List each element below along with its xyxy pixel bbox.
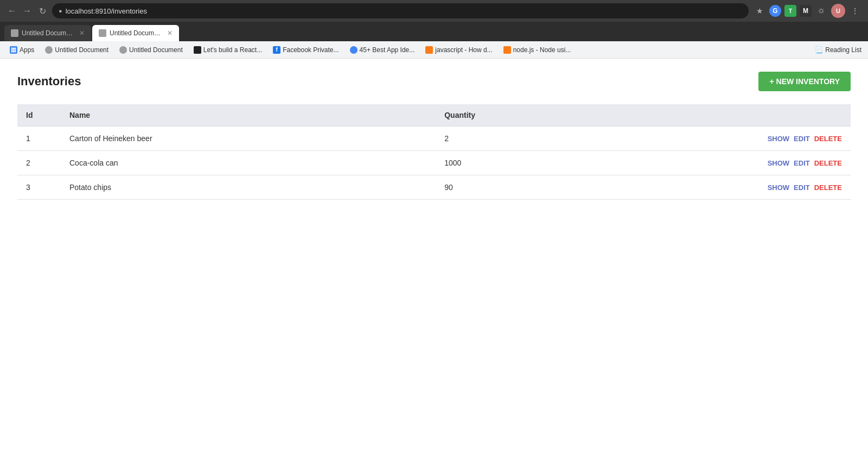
browser-toolbar: ← → ↻ ● localhost:8910/inventories ★ G T… bbox=[0, 0, 868, 22]
back-button[interactable]: ← bbox=[7, 5, 17, 16]
bm-2-label: Untitled Document bbox=[129, 46, 183, 54]
bm-3-label: Let's build a React... bbox=[203, 46, 262, 54]
toolbar-right: ★ G T M ⛭ U ⋮ bbox=[753, 4, 861, 18]
bm-6-label: javascript - How d... bbox=[435, 46, 492, 54]
col-header-quantity: Quantity bbox=[436, 104, 602, 127]
bm-1-label: Untitled Document bbox=[55, 46, 108, 54]
bm-1-favicon bbox=[45, 46, 53, 54]
lock-icon: ● bbox=[59, 8, 62, 14]
bookmark-5[interactable]: 45+ Best App Ide... bbox=[347, 45, 418, 55]
svg-point-3 bbox=[11, 49, 13, 50]
bm-6-favicon bbox=[425, 46, 433, 54]
page-title: Inventories bbox=[17, 74, 81, 88]
table-header: Id Name Quantity bbox=[17, 104, 851, 127]
show-button[interactable]: SHOW bbox=[768, 159, 789, 167]
google-account-icon[interactable]: G bbox=[769, 5, 781, 17]
bookmark-apps[interactable]: Apps bbox=[7, 45, 37, 55]
delete-button[interactable]: DELETE bbox=[814, 135, 842, 143]
bookmark-4[interactable]: f Facebook Private... bbox=[270, 45, 342, 55]
col-header-id: Id bbox=[17, 104, 61, 127]
apps-favicon bbox=[10, 46, 17, 54]
address-bar[interactable]: ● localhost:8910/inventories bbox=[52, 3, 749, 18]
col-header-name: Name bbox=[61, 104, 436, 127]
bookmarks-bar: Apps Untitled Document Untitled Document… bbox=[0, 41, 868, 59]
cell-id: 1 bbox=[17, 127, 61, 151]
tab-1-label: Untitled Document bbox=[22, 29, 74, 37]
bookmark-2[interactable]: Untitled Document bbox=[116, 45, 186, 55]
new-inventory-button[interactable]: + NEW INVENTORY bbox=[758, 72, 851, 91]
email-icon[interactable]: M bbox=[800, 5, 812, 17]
tab-2[interactable]: Untitled Document ✕ bbox=[92, 25, 179, 41]
svg-point-0 bbox=[11, 47, 13, 49]
svg-point-1 bbox=[13, 47, 15, 49]
bm-4-label: Facebook Private... bbox=[283, 46, 339, 54]
bookmark-star-icon[interactable]: ★ bbox=[753, 4, 766, 17]
bm-7-label: node.js - Node usi... bbox=[513, 46, 571, 54]
reading-list-icon: 📃 bbox=[815, 46, 823, 54]
translate-icon[interactable]: T bbox=[784, 5, 796, 17]
cell-quantity: 90 bbox=[436, 175, 602, 200]
cell-id: 3 bbox=[17, 175, 61, 200]
avatar[interactable]: U bbox=[831, 4, 845, 18]
cell-actions: SHOWEDITDELETE bbox=[602, 151, 851, 175]
cell-name: Coca-cola can bbox=[61, 151, 436, 175]
cell-name: Carton of Heineken beer bbox=[61, 127, 436, 151]
svg-point-5 bbox=[15, 49, 16, 50]
edit-button[interactable]: EDIT bbox=[794, 159, 810, 167]
bm-5-label: 45+ Best App Ide... bbox=[360, 46, 415, 54]
table-row: 2Coca-cola can1000SHOWEDITDELETE bbox=[17, 151, 851, 175]
cell-quantity: 2 bbox=[436, 127, 602, 151]
svg-point-6 bbox=[11, 50, 13, 52]
url-text: localhost:8910/inventories bbox=[66, 7, 147, 15]
bm-2-favicon bbox=[119, 46, 127, 54]
reading-list[interactable]: 📃 Reading List bbox=[815, 46, 861, 54]
bm-3-favicon bbox=[194, 46, 201, 54]
inventory-table: Id Name Quantity 1Carton of Heineken bee… bbox=[17, 104, 851, 200]
col-header-actions bbox=[602, 104, 851, 127]
edit-button[interactable]: EDIT bbox=[794, 135, 810, 143]
tab-2-favicon bbox=[99, 29, 106, 37]
cell-actions: SHOWEDITDELETE bbox=[602, 127, 851, 151]
forward-button[interactable]: → bbox=[22, 5, 33, 16]
bookmark-7[interactable]: node.js - Node usi... bbox=[500, 45, 575, 55]
tab-1-close[interactable]: ✕ bbox=[79, 29, 85, 37]
bm-7-favicon bbox=[503, 46, 511, 54]
show-button[interactable]: SHOW bbox=[768, 135, 789, 143]
tab-bar: Untitled Document ✕ Untitled Document ✕ bbox=[0, 22, 868, 41]
page-header: Inventories + NEW INVENTORY bbox=[17, 72, 851, 91]
show-button[interactable]: SHOW bbox=[768, 184, 789, 192]
apps-label: Apps bbox=[20, 46, 34, 54]
svg-point-8 bbox=[15, 50, 16, 52]
edit-button[interactable]: EDIT bbox=[794, 184, 810, 192]
cell-quantity: 1000 bbox=[436, 151, 602, 175]
bm-4-favicon: f bbox=[273, 46, 280, 54]
tab-1[interactable]: Untitled Document ✕ bbox=[4, 25, 91, 41]
browser-chrome: ← → ↻ ● localhost:8910/inventories ★ G T… bbox=[0, 0, 868, 59]
bm-5-favicon bbox=[350, 46, 358, 54]
bookmark-3[interactable]: Let's build a React... bbox=[190, 45, 265, 55]
table-row: 1Carton of Heineken beer2SHOWEDITDELETE bbox=[17, 127, 851, 151]
svg-point-7 bbox=[13, 50, 15, 52]
cell-id: 2 bbox=[17, 151, 61, 175]
table-body: 1Carton of Heineken beer2SHOWEDITDELETE2… bbox=[17, 127, 851, 200]
svg-point-4 bbox=[13, 49, 15, 50]
tab-1-favicon bbox=[11, 29, 18, 37]
refresh-button[interactable]: ↻ bbox=[37, 5, 48, 16]
page-content: Inventories + NEW INVENTORY Id Name Quan… bbox=[0, 59, 868, 439]
delete-button[interactable]: DELETE bbox=[814, 184, 842, 192]
tab-2-close[interactable]: ✕ bbox=[167, 29, 173, 37]
bookmark-6[interactable]: javascript - How d... bbox=[422, 45, 495, 55]
svg-point-2 bbox=[15, 47, 16, 49]
tab-2-label: Untitled Document bbox=[110, 29, 162, 37]
bookmark-1[interactable]: Untitled Document bbox=[42, 45, 112, 55]
more-menu-icon[interactable]: ⋮ bbox=[848, 4, 861, 17]
cell-name: Potato chips bbox=[61, 175, 436, 200]
cell-actions: SHOWEDITDELETE bbox=[602, 175, 851, 200]
table-row: 3Potato chips90SHOWEDITDELETE bbox=[17, 175, 851, 200]
reading-list-label: Reading List bbox=[825, 46, 861, 54]
delete-button[interactable]: DELETE bbox=[814, 159, 842, 167]
extensions-icon[interactable]: ⛭ bbox=[815, 4, 828, 17]
